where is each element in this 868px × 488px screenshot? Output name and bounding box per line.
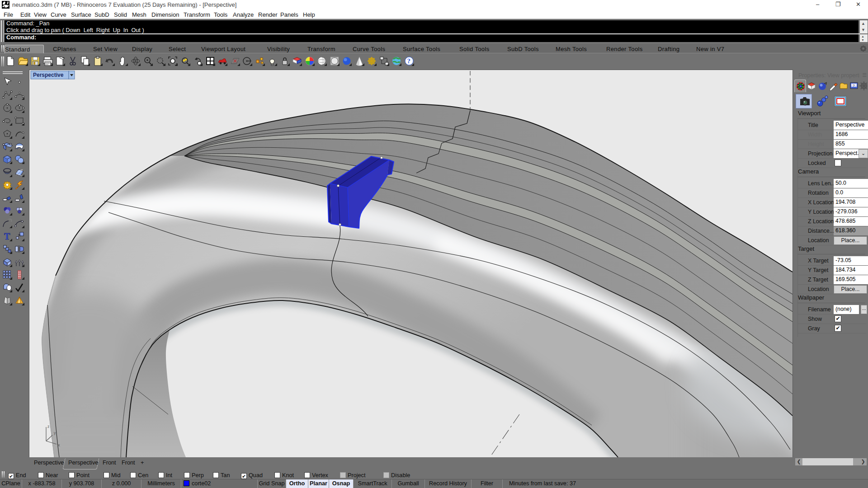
svg-text:y: y (54, 431, 56, 435)
svg-text:?: ? (407, 57, 410, 65)
svg-text:x: x (58, 443, 60, 447)
svg-text:?: ? (853, 84, 855, 88)
svg-text:z: z (47, 424, 50, 429)
svg-text:T: T (4, 231, 10, 241)
svg-text:Perspective: Perspective (33, 72, 64, 78)
